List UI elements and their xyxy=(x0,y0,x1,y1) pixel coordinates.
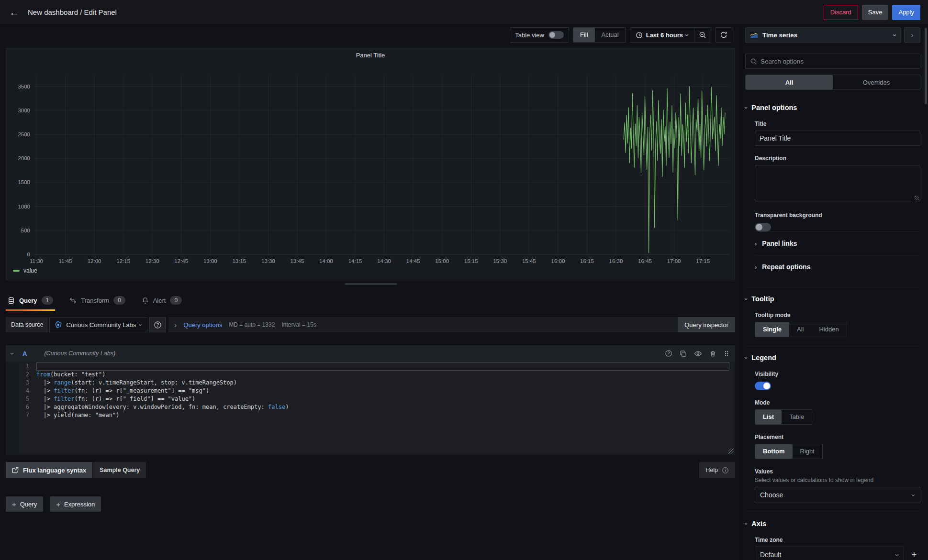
tab-all-options[interactable]: All xyxy=(746,75,833,89)
save-button[interactable]: Save xyxy=(862,5,889,20)
code-line[interactable]: 3 |> range(start: v.timeRangeStart, stop… xyxy=(19,379,733,387)
legend-values-description: Select values or calculations to show in… xyxy=(755,477,920,483)
options-search[interactable] xyxy=(745,54,920,69)
repeat-options-label: Repeat options xyxy=(762,263,810,271)
legend-title: Legend xyxy=(751,354,776,362)
code-line[interactable]: 6 |> aggregateWindow(every: v.windowPeri… xyxy=(19,403,733,411)
options-search-input[interactable] xyxy=(760,58,916,65)
editor-resize-handle[interactable] xyxy=(728,449,734,454)
chevron-down-icon: › xyxy=(910,494,917,496)
panel-links-label: Panel links xyxy=(762,240,797,247)
refresh-button[interactable] xyxy=(716,28,732,42)
add-query-button[interactable]: + Query xyxy=(6,496,43,512)
refresh-group xyxy=(715,27,732,43)
flux-syntax-label: Flux language syntax xyxy=(23,467,86,474)
add-timezone-button[interactable]: + xyxy=(908,549,920,560)
legend-mode-list[interactable]: List xyxy=(755,410,782,424)
chevron-down-icon: › xyxy=(743,357,749,359)
legend-placement-right[interactable]: Right xyxy=(793,444,822,459)
discard-button[interactable]: Discard xyxy=(824,5,858,20)
time-range-picker[interactable]: Last 6 hours › xyxy=(630,32,694,39)
editor-footer: Flux language syntax Sample Query Help xyxy=(6,462,735,478)
repeat-options-section[interactable]: › Repeat options xyxy=(755,255,920,278)
code-text: |> filter(fn: (r) => r["_measurement"] =… xyxy=(36,387,733,395)
back-button[interactable]: ← xyxy=(8,7,21,18)
tab-alert[interactable]: Alert 0 xyxy=(140,290,184,311)
query-editor-card: › A (Curious Community Labs) 12from(buck… xyxy=(6,345,735,455)
chevron-down-icon: › xyxy=(894,554,901,556)
datasource-help-button[interactable] xyxy=(149,317,166,332)
datasource-picker[interactable]: Curious Community Labs › xyxy=(49,317,147,332)
sidebar-scrollbar[interactable] xyxy=(925,28,927,104)
legend-values-select[interactable]: Choose › xyxy=(755,487,920,503)
pane-resize-handle[interactable] xyxy=(345,283,397,285)
legend-header[interactable]: › Legend xyxy=(745,354,920,362)
tooltip-header[interactable]: › Tooltip xyxy=(745,295,920,303)
time-range-label: Last 6 hours xyxy=(646,32,683,39)
timeseries-viz-icon xyxy=(750,32,758,39)
timezone-select[interactable]: Default › xyxy=(755,547,904,560)
tab-query-label: Query xyxy=(19,297,37,304)
svg-text:3500: 3500 xyxy=(18,84,30,89)
flux-syntax-button[interactable]: Flux language syntax xyxy=(6,462,92,478)
actual-option[interactable]: Actual xyxy=(595,28,626,42)
table-view-label: Table view xyxy=(515,32,544,39)
remove-query-icon[interactable] xyxy=(709,350,716,357)
visualization-picker[interactable]: Time series › xyxy=(745,27,901,43)
query-inspector-button[interactable]: Query inspector xyxy=(678,317,735,332)
add-expression-button[interactable]: + Expression xyxy=(50,496,101,512)
transparent-bg-toggle[interactable] xyxy=(755,223,771,231)
code-line[interactable]: 2from(bucket: "test") xyxy=(19,371,733,379)
query-editor-header[interactable]: › A (Curious Community Labs) xyxy=(6,345,735,362)
apply-button[interactable]: Apply xyxy=(892,5,920,20)
description-textarea[interactable] xyxy=(755,165,920,201)
code-line[interactable]: 1 xyxy=(19,362,733,371)
panel-title-input[interactable] xyxy=(755,131,920,146)
code-line[interactable]: 5 |> filter(fn: (r) => r["_field"] == "v… xyxy=(19,395,733,403)
tab-overrides[interactable]: Overrides xyxy=(833,75,920,89)
table-view-toggle[interactable] xyxy=(548,31,564,39)
fill-option[interactable]: Fill xyxy=(573,28,595,42)
query-options-link[interactable]: Query options xyxy=(183,321,222,329)
alert-count-badge: 0 xyxy=(170,296,182,305)
code-line[interactable]: 7 |> yield(name: "mean") xyxy=(19,411,733,419)
tooltip-mode-single[interactable]: Single xyxy=(755,322,789,337)
svg-text:14:00: 14:00 xyxy=(319,258,333,264)
code-line[interactable]: 4 |> filter(fn: (r) => r["_measurement"]… xyxy=(19,387,733,395)
code-text: from(bucket: "test") xyxy=(36,371,733,379)
code-text: |> aggregateWindow(every: v.windowPeriod… xyxy=(36,403,733,411)
legend-mode-table[interactable]: Table xyxy=(782,410,812,424)
zoom-out-button[interactable] xyxy=(694,28,711,42)
sample-query-button[interactable]: Sample Query xyxy=(93,462,146,478)
help-button[interactable]: Help xyxy=(699,462,735,478)
svg-text:13:00: 13:00 xyxy=(203,258,217,264)
tooltip-mode-all[interactable]: All xyxy=(789,322,811,337)
help-label: Help xyxy=(705,467,718,473)
panel-links-section[interactable]: › Panel links xyxy=(755,231,920,255)
collapse-query-icon[interactable]: › xyxy=(9,352,16,355)
legend-visibility-toggle[interactable] xyxy=(755,382,771,390)
description-field-label: Description xyxy=(755,155,920,162)
axis-header[interactable]: › Axis xyxy=(745,520,920,527)
line-number: 5 xyxy=(19,395,36,403)
time-series-chart[interactable]: 050010001500200025003000350011:3011:4512… xyxy=(6,65,735,265)
legend-placement-bottom[interactable]: Bottom xyxy=(755,444,793,459)
drag-handle-icon[interactable] xyxy=(724,350,729,357)
svg-text:3000: 3000 xyxy=(18,108,30,113)
tab-transform[interactable]: Transform 0 xyxy=(67,290,127,311)
panel-options-header[interactable]: › Panel options xyxy=(745,104,920,111)
legend-item[interactable]: value xyxy=(13,267,37,274)
hide-response-icon[interactable] xyxy=(694,350,702,358)
duplicate-query-icon[interactable] xyxy=(680,350,687,357)
line-number: 4 xyxy=(19,387,36,395)
tooltip-mode-hidden[interactable]: Hidden xyxy=(811,322,846,337)
collapse-options-pane-button[interactable]: › xyxy=(904,27,920,43)
svg-text:15:45: 15:45 xyxy=(522,258,536,264)
transform-count-badge: 0 xyxy=(113,296,125,305)
svg-text:2500: 2500 xyxy=(18,132,30,137)
flux-code-editor[interactable]: 12from(bucket: "test")3 |> range(start: … xyxy=(19,362,733,454)
datasource-row: Data source Curious Community Labs › › Q… xyxy=(6,317,735,333)
query-help-icon[interactable] xyxy=(665,350,672,357)
svg-text:15:00: 15:00 xyxy=(435,258,449,264)
tab-query[interactable]: Query 1 xyxy=(6,290,55,311)
